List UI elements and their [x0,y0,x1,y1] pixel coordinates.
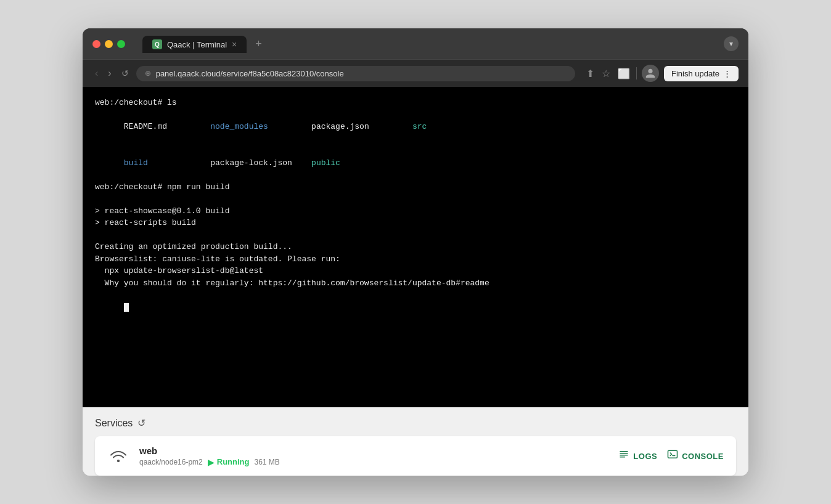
new-tab-button[interactable]: + [249,35,268,53]
minimize-window-button[interactable] [105,40,113,48]
run-play-icon: ▶ [208,457,215,467]
tab-bar: Q Qaack | Terminal × + [142,35,716,53]
service-info: web qaack/node16-pm2 ▶ Running 361 MB [139,445,608,467]
terminal-line: > react-scripts build [95,217,736,229]
address-bar: ‹ › ↺ ⊕ panel.qaack.cloud/service/f8a5c0… [83,59,748,87]
tab-title: Qaack | Terminal [167,40,227,49]
url-text: panel.qaack.cloud/service/f8a5c08ac82301… [156,69,344,78]
active-tab[interactable]: Q Qaack | Terminal × [142,36,247,53]
terminal-line: web:/checkout# ls [95,97,736,109]
back-button[interactable]: ‹ [92,67,100,79]
browser-menu-button[interactable]: ▾ [724,36,739,51]
service-actions: LOGS CONSOLE [618,449,724,463]
profile-button[interactable] [642,65,659,82]
service-meta: qaack/node16-pm2 ▶ Running 361 MB [139,457,608,467]
svg-rect-1 [620,451,629,452]
forward-button[interactable]: › [105,67,113,79]
browser-window: Q Qaack | Terminal × + ▾ ‹ › ↺ ⊕ panel.q… [83,28,748,476]
service-size: 361 MB [254,458,279,466]
bookmark-icon[interactable]: ☆ [600,67,612,81]
terminal-line: > react-showcase@0.1.0 build [95,205,736,217]
svg-rect-4 [620,457,626,458]
service-name: web [139,445,608,456]
terminal[interactable]: web:/checkout# ls README.md node_modules… [83,87,748,407]
console-icon [667,449,678,463]
divider [636,67,637,79]
svg-point-0 [117,460,120,462]
service-status: ▶ Running [208,457,250,467]
status-label: Running [217,457,250,466]
logs-icon [618,449,629,463]
url-bar[interactable]: ⊕ panel.qaack.cloud/service/f8a5c08ac823… [136,66,575,81]
traffic-lights [92,40,125,48]
extensions-icon[interactable]: ⬜ [616,67,631,81]
service-type-icon [107,445,129,467]
maximize-window-button[interactable] [117,40,125,48]
terminal-line: Browserslist: caniuse-lite is outdated. … [95,253,736,266]
services-refresh-icon[interactable]: ↺ [137,417,145,429]
terminal-line: npx update-browserslist-db@latest [95,265,736,277]
finish-update-label: Finish update [671,69,719,78]
services-title: Services [95,418,133,429]
close-window-button[interactable] [92,40,100,48]
tab-favicon: Q [152,39,162,49]
services-header: Services ↺ [95,417,736,429]
svg-rect-3 [620,455,629,456]
tab-close-button[interactable]: × [232,40,237,49]
browser-chrome: Q Qaack | Terminal × + ▾ ‹ › ↺ ⊕ panel.q… [83,28,748,87]
finish-update-button[interactable]: Finish update ⋮ [664,66,739,81]
terminal-line [95,193,736,205]
browser-actions: ⬆ ☆ ⬜ Finish update ⋮ [585,65,739,82]
console-label: CONSOLE [682,452,724,461]
service-card: web qaack/node16-pm2 ▶ Running 361 MB [95,436,736,476]
title-bar: Q Qaack | Terminal × + ▾ [83,28,748,59]
terminal-cursor [124,303,129,312]
service-runtime: qaack/node16-pm2 [139,458,203,466]
title-bar-actions: ▾ [724,36,739,51]
share-icon[interactable]: ⬆ [585,67,596,81]
terminal-line: Why you should do it regularly: https://… [95,277,736,290]
terminal-line [95,229,736,242]
terminal-line: README.md node_modules package.json src [95,109,736,145]
console-button[interactable]: CONSOLE [667,449,724,463]
svg-rect-2 [620,453,629,454]
refresh-button[interactable]: ↺ [119,67,131,79]
secure-icon: ⊕ [145,69,151,78]
logs-button[interactable]: LOGS [618,449,657,463]
terminal-cursor-line [95,289,736,325]
terminal-line: web:/checkout# npm run build [95,181,736,193]
finish-update-more-icon: ⋮ [723,69,731,78]
terminal-line: build package-lock.json public [95,145,736,181]
terminal-line: Creating an optimized production build..… [95,241,736,253]
svg-rect-5 [668,450,677,458]
services-panel: Services ↺ web qaack/node16-pm2 [83,407,748,476]
logs-label: LOGS [633,452,657,461]
